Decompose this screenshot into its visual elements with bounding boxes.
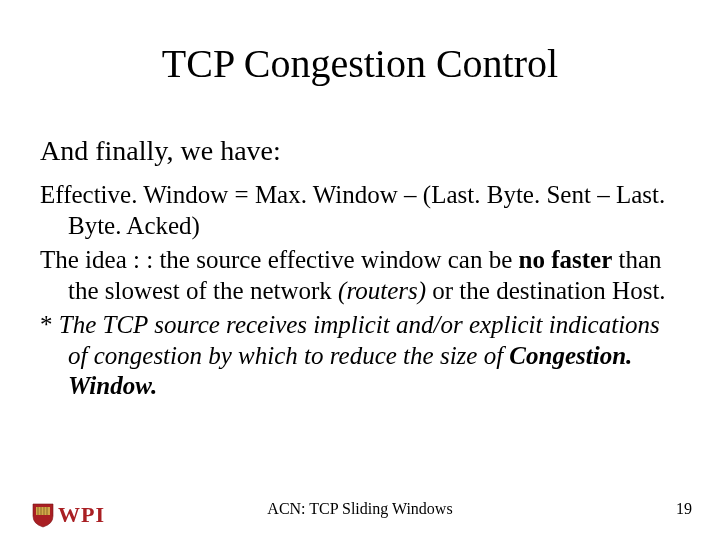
text-run: or the destination Host. [426, 277, 666, 304]
slide-title: TCP Congestion Control [0, 40, 720, 87]
footer-center-text: ACN: TCP Sliding Windows [0, 500, 720, 518]
body-paragraph-1: Effective. Window = Max. Window – (Last.… [40, 180, 680, 241]
text-bold: no faster [519, 246, 613, 273]
slide: TCP Congestion Control And finally, we h… [0, 0, 720, 540]
slide-subtitle: And finally, we have: [40, 135, 281, 167]
text-run: The idea : : the source effective window… [40, 246, 519, 273]
page-number: 19 [676, 500, 692, 518]
slide-body: Effective. Window = Max. Window – (Last.… [40, 180, 680, 406]
body-paragraph-2: The idea : : the source effective window… [40, 245, 680, 306]
text-run: Effective. Window = Max. Window – (Last.… [40, 181, 616, 208]
text-italic: (routers) [338, 277, 426, 304]
body-paragraph-3: * The TCP source receives implicit and/o… [40, 310, 680, 402]
text-run: * [40, 311, 59, 338]
